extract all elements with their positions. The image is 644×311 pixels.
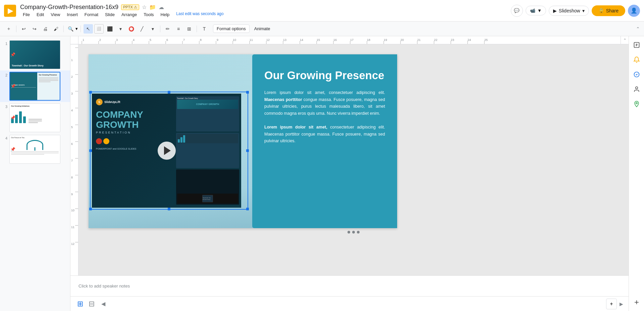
- grid-view-button[interactable]: ⊞: [76, 298, 85, 310]
- menu-row: File Edit View Insert Format Slide Arran…: [20, 11, 511, 18]
- slide-number-3: 3: [3, 105, 7, 109]
- svg-text:12: 12: [71, 242, 74, 246]
- redo-button[interactable]: ↪: [30, 24, 39, 34]
- slide-thumbnail-3[interactable]: 3 Our Growing Initiatives: [0, 102, 70, 134]
- pin-icon-4: 📌: [10, 147, 15, 152]
- filmstrip-view-button[interactable]: ⊟: [87, 298, 96, 310]
- video-element-wrapper[interactable]: S SlideUpLift COMPANY GROWTH PRESENTATIO…: [92, 94, 246, 208]
- svg-text:8: 8: [200, 38, 202, 42]
- text-box-tool[interactable]: T: [200, 24, 209, 34]
- svg-text:7: 7: [183, 38, 185, 42]
- animate-button[interactable]: Animate: [251, 25, 274, 33]
- handle-tc[interactable]: [168, 91, 170, 94]
- undo-button[interactable]: ↩: [19, 24, 29, 34]
- right-sidebar: [629, 36, 644, 311]
- menu-help[interactable]: Help: [158, 11, 172, 18]
- menu-insert[interactable]: Insert: [64, 11, 80, 18]
- format-options-button[interactable]: Format options: [213, 24, 250, 33]
- line-dropdown[interactable]: ▾: [148, 24, 157, 34]
- add-addon-button[interactable]: [631, 296, 643, 308]
- align-tool[interactable]: ⊞: [184, 24, 194, 34]
- slide-thumbnail-4[interactable]: 4 Our Focus on You 📌: [0, 134, 70, 165]
- slide-thumbnail-1[interactable]: 1 Townhall : Our Growth Story 📌: [0, 39, 70, 70]
- share-button[interactable]: 🔒 Share: [592, 5, 625, 16]
- explorer-button[interactable]: [631, 39, 643, 51]
- menu-edit[interactable]: Edit: [34, 11, 47, 18]
- line-tool[interactable]: ╱: [137, 24, 147, 34]
- thumb4-title: Our Focus on You: [11, 137, 59, 139]
- slide-canvas-scroll[interactable]: S SlideUpLift COMPANY GROWTH PRESENTATIO…: [78, 44, 629, 275]
- thumb3-title: Our Growing Initiatives: [11, 105, 59, 107]
- ruler-horizontal: // Will render via JS below 1 2 3: [78, 36, 621, 44]
- video-right-slides: Townhall : Our Growth Story COMPANY GROW…: [174, 94, 241, 208]
- menu-view[interactable]: View: [48, 11, 63, 18]
- star-icon[interactable]: ☆: [142, 4, 147, 10]
- meet-button[interactable]: 📹 ▼: [526, 6, 546, 15]
- svg-text:4: 4: [133, 38, 135, 42]
- contacts-button[interactable]: [631, 83, 643, 95]
- menu-tools[interactable]: Tools: [141, 11, 156, 18]
- explorer-icon: [633, 42, 640, 48]
- expand-button[interactable]: ▶: [620, 301, 623, 307]
- maps-icon: [633, 101, 640, 107]
- line-style-tool[interactable]: ≡: [174, 24, 183, 34]
- mini-slide-2-img: [177, 134, 238, 143]
- doc-title: Company-Growth-Presentation-16x9: [20, 4, 118, 11]
- pin-icon-3: 📌: [10, 115, 15, 120]
- separator-4: [160, 25, 160, 32]
- svg-text:8: 8: [71, 176, 73, 179]
- slide-number-2: 2: [3, 73, 7, 77]
- separator-5: [197, 25, 197, 32]
- panel-toggle-button[interactable]: ◀: [100, 299, 107, 308]
- add-button[interactable]: ＋: [4, 24, 13, 34]
- handle-bc[interactable]: [168, 208, 170, 210]
- circle-tool[interactable]: ⭕: [126, 24, 136, 34]
- pen-tool[interactable]: ✏: [163, 24, 172, 34]
- play-triangle: [164, 146, 171, 155]
- folder-icon[interactable]: 📁: [149, 4, 156, 10]
- svg-text:11: 11: [250, 38, 253, 42]
- add-slide-button[interactable]: +: [606, 299, 617, 309]
- pin-icon-2: 📌: [11, 84, 16, 89]
- tasks-button[interactable]: [631, 68, 643, 81]
- menu-format[interactable]: Format: [82, 11, 101, 18]
- zoom-button[interactable]: 🔍: [66, 24, 75, 34]
- paint-format-button[interactable]: 🖌: [51, 24, 61, 34]
- title-section: Company-Growth-Presentation-16x9 PPTX ⚠ …: [20, 4, 511, 18]
- menu-file[interactable]: File: [20, 11, 33, 18]
- mini-slide-1-img: COMPANY GROWTH: [177, 100, 238, 109]
- slideshow-button[interactable]: ▶ Slideshow ▾: [549, 6, 589, 16]
- shapes-dropdown[interactable]: ▾: [116, 24, 125, 34]
- maps-button[interactable]: [631, 98, 643, 110]
- notifications-button[interactable]: [631, 54, 643, 66]
- panel-collapse-button[interactable]: ⌃: [621, 36, 629, 44]
- app-logo[interactable]: ▶: [4, 5, 16, 17]
- comment-button[interactable]: 💬: [511, 5, 523, 17]
- video-thumbnail[interactable]: S SlideUpLift COMPANY GROWTH PRESENTATIO…: [92, 94, 241, 208]
- svg-text:13: 13: [283, 38, 286, 42]
- notes-area[interactable]: Click to add speaker notes: [70, 275, 629, 296]
- select-text-tool[interactable]: ⬜: [94, 24, 104, 34]
- zoom-control[interactable]: 🔍 ▾: [66, 24, 78, 34]
- play-button[interactable]: [158, 142, 176, 160]
- print-button[interactable]: 🖨: [41, 24, 50, 34]
- svg-text:7: 7: [71, 159, 73, 162]
- cloud-icon[interactable]: ☁: [159, 4, 164, 10]
- top-right-actions: 💬 📹 ▼ ▶ Slideshow ▾ 🔒 Share 👤: [511, 5, 640, 17]
- svg-text:17: 17: [350, 38, 354, 42]
- toolbar-collapse-button[interactable]: ⌃: [636, 26, 640, 32]
- select-tool[interactable]: ↖: [84, 24, 93, 34]
- menu-arrange[interactable]: Arrange: [119, 11, 140, 18]
- svg-text:11: 11: [71, 225, 74, 229]
- last-edit[interactable]: Last edit was seconds ago: [176, 11, 223, 18]
- menu-slide[interactable]: Slide: [102, 11, 117, 18]
- svg-text:3: 3: [116, 38, 118, 42]
- shape-tool[interactable]: ⬛: [105, 24, 114, 34]
- video-logo-text: SlideUpLift: [104, 100, 120, 104]
- svg-text:25: 25: [484, 38, 488, 42]
- slide-panel: 1 Townhall : Our Growth Story 📌 2 COMPAN…: [0, 36, 70, 311]
- separator-3: [80, 25, 81, 32]
- slide-thumbnail-2[interactable]: 2 COMPANY GROWTH Our Growing Presence: [0, 70, 70, 102]
- canvas-area: // Will render via JS below 1 2 3: [70, 36, 629, 311]
- user-avatar[interactable]: 👤: [628, 5, 640, 17]
